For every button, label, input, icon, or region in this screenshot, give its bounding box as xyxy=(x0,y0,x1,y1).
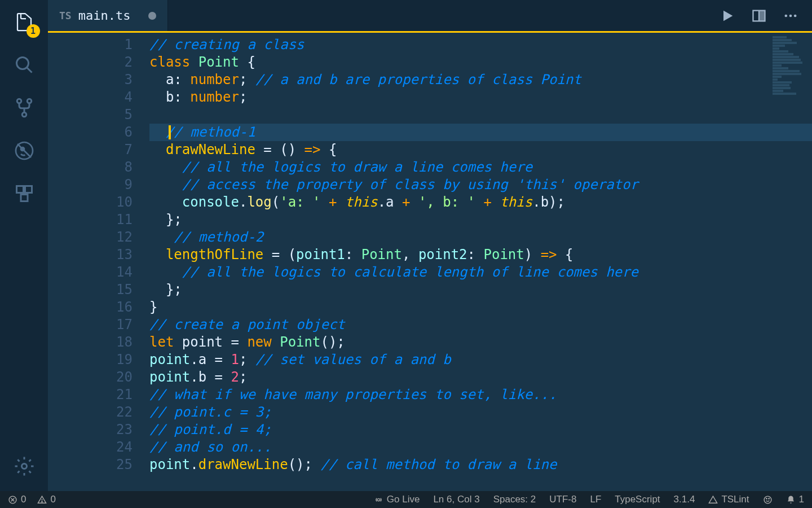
line-number: 6 xyxy=(48,124,133,141)
source-control-icon[interactable] xyxy=(11,94,38,121)
svg-point-26 xyxy=(768,498,769,498)
code-content[interactable]: // creating a classclass Point { a: numb… xyxy=(149,33,812,491)
status-bar: 0 0 Go Live Ln 6, Col 3 Spaces: 2 UTF-8 … xyxy=(0,491,812,508)
code-line[interactable]: // access the property of class by using… xyxy=(149,176,812,194)
svg-point-11 xyxy=(21,464,27,469)
tab-filename: main.ts xyxy=(78,8,131,23)
line-number: 10 xyxy=(48,194,133,211)
code-line[interactable]: point.b = 2; xyxy=(149,369,812,386)
svg-point-15 xyxy=(785,14,788,17)
line-number: 12 xyxy=(48,229,133,246)
status-cursor-position[interactable]: Ln 6, Col 3 xyxy=(433,494,479,505)
line-number: 9 xyxy=(48,176,133,194)
line-number: 19 xyxy=(48,351,133,369)
svg-rect-14 xyxy=(760,11,764,20)
svg-rect-9 xyxy=(25,186,32,193)
status-linter[interactable]: TSLint xyxy=(708,494,749,505)
minimap[interactable] xyxy=(773,36,807,104)
svg-point-17 xyxy=(794,14,797,17)
line-number: 11 xyxy=(48,211,133,229)
line-number: 23 xyxy=(48,421,133,439)
code-line[interactable]: // and so on... xyxy=(149,439,812,456)
code-line[interactable]: b: number; xyxy=(149,89,812,106)
line-number: 22 xyxy=(48,404,133,421)
status-indentation[interactable]: Spaces: 2 xyxy=(493,494,536,505)
code-line[interactable]: }; xyxy=(149,211,812,229)
svg-point-7 xyxy=(21,147,24,151)
line-number: 16 xyxy=(48,299,133,316)
code-line[interactable]: let point = new Point(); xyxy=(149,334,812,351)
status-feedback-icon[interactable] xyxy=(763,495,773,505)
code-line[interactable]: lengthOfLine = (point1: Point, point2: P… xyxy=(149,246,812,264)
tab-bar: TS main.ts xyxy=(48,0,812,31)
code-line[interactable]: console.log('a: ' + this.a + ', b: ' + t… xyxy=(149,194,812,211)
status-errors[interactable]: 0 xyxy=(8,494,26,505)
code-line[interactable]: point.a = 1; // set values of a and b xyxy=(149,351,812,369)
line-number: 15 xyxy=(48,281,133,299)
tab-language-badge: TS xyxy=(59,10,72,21)
code-line[interactable]: class Point { xyxy=(149,54,812,71)
run-icon[interactable] xyxy=(720,8,735,24)
svg-point-0 xyxy=(16,58,28,69)
more-icon[interactable] xyxy=(783,8,798,24)
svg-point-16 xyxy=(789,14,792,17)
code-line[interactable]: // point.d = 4; xyxy=(149,421,812,439)
svg-point-23 xyxy=(377,498,379,501)
split-editor-icon[interactable] xyxy=(751,8,767,24)
line-number: 25 xyxy=(48,456,133,474)
code-line[interactable]: // all the logics to calculate length of… xyxy=(149,264,812,281)
code-line[interactable]: // point.c = 3; xyxy=(149,404,812,421)
code-line[interactable]: point.drawNewLine(); // call method to d… xyxy=(149,456,812,474)
svg-line-1 xyxy=(27,68,32,73)
debug-icon[interactable] xyxy=(11,137,38,164)
status-language[interactable]: TypeScript xyxy=(615,494,660,505)
code-line[interactable] xyxy=(149,106,812,124)
line-number: 1 xyxy=(48,36,133,54)
activity-bar: 1 xyxy=(0,0,48,491)
status-golive[interactable]: Go Live xyxy=(374,494,420,505)
tab-actions xyxy=(720,8,812,24)
line-number: 13 xyxy=(48,246,133,264)
svg-point-4 xyxy=(22,112,27,117)
tab-dirty-indicator xyxy=(148,12,156,20)
code-line[interactable]: // create a point object xyxy=(149,316,812,334)
svg-rect-8 xyxy=(16,186,23,193)
code-line[interactable]: // method-2 xyxy=(149,229,812,246)
line-number: 18 xyxy=(48,334,133,351)
code-line[interactable]: // method-1 xyxy=(149,124,812,141)
line-number-gutter: 1234567891011121314151617181920212223242… xyxy=(48,33,149,491)
explorer-badge: 1 xyxy=(27,24,40,38)
status-ts-version[interactable]: 3.1.4 xyxy=(674,494,695,505)
code-line[interactable]: drawNewLine = () => { xyxy=(149,141,812,159)
svg-point-24 xyxy=(764,496,771,503)
line-number: 14 xyxy=(48,264,133,281)
line-number: 5 xyxy=(48,106,133,124)
svg-point-2 xyxy=(17,99,21,103)
extensions-icon[interactable] xyxy=(11,180,38,207)
code-line[interactable]: } xyxy=(149,299,812,316)
line-number: 20 xyxy=(48,369,133,386)
code-line[interactable]: // creating a class xyxy=(149,36,812,54)
status-eol[interactable]: LF xyxy=(590,494,601,505)
line-number: 8 xyxy=(48,159,133,176)
svg-point-22 xyxy=(42,501,42,502)
code-line[interactable]: a: number; // a and b are properties of … xyxy=(149,71,812,89)
tab-main-ts[interactable]: TS main.ts xyxy=(48,0,168,31)
code-line[interactable]: }; xyxy=(149,281,812,299)
settings-gear-icon[interactable] xyxy=(11,453,38,480)
line-number: 3 xyxy=(48,71,133,89)
status-encoding[interactable]: UTF-8 xyxy=(549,494,576,505)
svg-point-3 xyxy=(27,99,32,103)
search-icon[interactable] xyxy=(11,51,38,78)
main-area: 1 TS main.ts xyxy=(0,0,812,491)
explorer-icon[interactable]: 1 xyxy=(11,8,38,36)
status-warnings[interactable]: 0 xyxy=(37,494,55,505)
svg-rect-10 xyxy=(21,195,28,202)
svg-point-25 xyxy=(766,498,766,498)
code-line[interactable]: // what if we have many properties to se… xyxy=(149,386,812,404)
code-editor[interactable]: 1234567891011121314151617181920212223242… xyxy=(48,31,812,491)
editor-area: TS main.ts 12345678910111213141516171819… xyxy=(48,0,812,491)
status-notifications-icon[interactable]: 1 xyxy=(786,494,804,505)
code-line[interactable]: // all the logics to draw a line comes h… xyxy=(149,159,812,176)
line-number: 17 xyxy=(48,316,133,334)
